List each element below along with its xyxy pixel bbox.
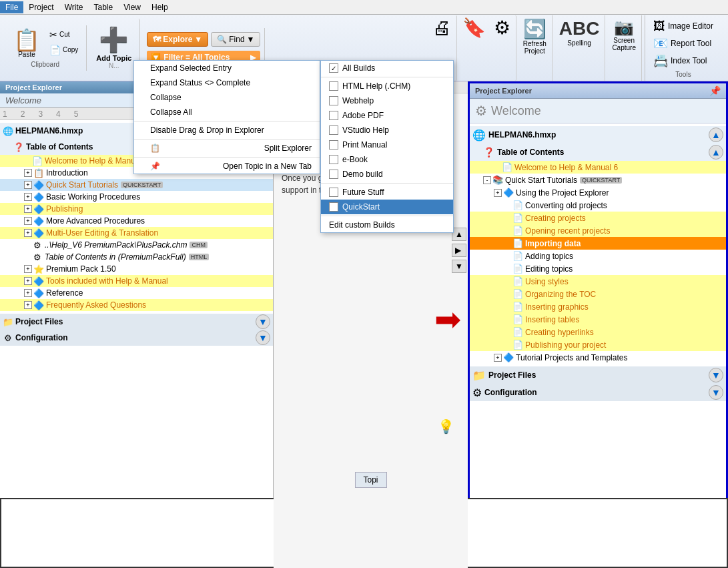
quickstart-item[interactable]: QuickStart [321,200,453,214]
right-project-files-node[interactable]: 📁 Project Files ▼ [470,366,726,384]
menu-help[interactable]: Help [146,1,173,13]
left-project-files-node[interactable]: 📁 Project Files ▼ [0,314,273,330]
add-topic-button[interactable]: ➕ Add Topic N... [89,19,140,77]
right-tree-item-12[interactable]: 📄 Inserting tables [470,313,726,326]
expand-12[interactable]: + [24,301,32,309]
expand-selected-entry-item[interactable]: Expand Selected Entry [134,61,320,75]
right-tree-item-1[interactable]: - 📚 Quick Start Tutorials QUICKSTART [470,174,726,186]
right-tree-item-15[interactable]: + 🔷 Tutorial Projects and Templates [470,351,726,364]
demo-build-item[interactable]: Demo build [321,167,453,182]
nav-down-btn[interactable]: ▼ [452,260,466,273]
menu-write[interactable]: Write [59,1,89,13]
html-help-item[interactable]: HTML Help (.CHM) [321,79,453,93]
print-manual-item[interactable]: Print Manual [321,137,453,152]
right-expand-1[interactable]: - [483,176,491,184]
left-tree-item-5[interactable]: + 🔷 More Advanced Procedures [0,215,273,227]
right-tree-item-6[interactable]: 📄 Importing data [470,237,726,250]
clipboard-label: Clipboard [31,61,59,68]
ebook-item[interactable]: e-Book [321,152,453,167]
right-tree-item-2[interactable]: + 🔷 Using the Project Explorer [470,186,726,199]
copy-label: Copy [63,46,78,53]
expand-4[interactable]: + [24,205,32,213]
all-builds-label: All Builds [342,63,375,73]
report-tool-button[interactable]: 📧 Report Tool [651,35,716,52]
right-gear-icon: ⚙ [475,103,487,119]
expand-status-item[interactable]: Expand Status <> Complete [134,75,320,90]
left-tree-item-9[interactable]: + ⭐ Premium Pack 1.50 [0,263,273,275]
index-tool-button[interactable]: 📇 Index Tool [651,52,716,69]
right-tree-item-14[interactable]: 📄 Publishing your project [470,338,726,351]
expand-6[interactable]: + [24,229,32,237]
expand-3[interactable]: + [24,193,32,201]
adobe-pdf-item[interactable]: Adobe PDF [321,108,453,123]
right-tree-item-3[interactable]: 📄 Converting old projects [470,199,726,212]
right-tree-item-0[interactable]: 📄 Welcome to Help & Manual 6 [470,161,726,174]
config-scroll[interactable]: ▼ [256,330,270,345]
right-tree-item-10[interactable]: 📄 Organizing the TOC [470,288,726,300]
screen-capture-button[interactable]: 📷 ScreenCapture [608,15,642,81]
menu-table[interactable]: Table [88,1,118,13]
right-tree-item-7[interactable]: 📄 Adding topics [470,250,726,262]
refresh-project-button[interactable]: 🔄 RefreshProject [519,15,553,81]
menu-view[interactable]: View [118,1,146,13]
left-tree-item-6[interactable]: + 🔷 Multi-User Editing & Translation [0,227,273,239]
right-tree-item-5[interactable]: 📄 Opening recent projects [470,224,726,237]
explore-button[interactable]: 🗺 Explore ▼ [147,32,208,47]
right-tree-item-11[interactable]: 📄 Inserting graphics [470,300,726,313]
nav-right-btn[interactable]: ▶ [452,244,466,257]
right-expand-2[interactable]: + [494,189,502,197]
left-config-node[interactable]: ⚙ Configuration ▼ [0,330,273,346]
image-editor-button[interactable]: 🖼 Image Editor [651,18,716,35]
expand-9[interactable]: + [24,265,32,273]
left-tree-item-4[interactable]: + 🔷 Publishing [0,203,273,215]
right-config-scroll[interactable]: ▼ [709,385,723,400]
copy-button[interactable]: 📄 Copy [47,43,81,57]
menu-file[interactable]: File [0,1,23,13]
edit-custom-builds-item[interactable]: Edit custom Builds [321,218,453,232]
right-toc-scroll[interactable]: ▲ [709,145,723,160]
open-topic-new-tab-item[interactable]: 📌 Open Topic in a New Tab [134,159,320,174]
right-panel-pin-icon[interactable]: 📌 [709,85,721,96]
right-toc-node[interactable]: ❓ Table of Contents ▲ [470,144,726,161]
right-project-node[interactable]: 🌐 HELPMAN6.hmxp ▲ [470,126,726,144]
copy-icon: 📄 [49,45,61,55]
all-builds-item[interactable]: ✓ All Builds [321,61,453,75]
right-tree-item-4[interactable]: 📄 Creating projects [470,212,726,224]
project-files-scroll[interactable]: ▼ [256,314,270,329]
expand-10[interactable]: + [24,277,32,285]
expand-1[interactable]: + [24,169,32,177]
expand-5[interactable]: + [24,217,32,225]
right-config-node[interactable]: ⚙ Configuration ▼ [470,384,726,401]
right-tree-item-13[interactable]: 📄 Creating hyperlinks [470,326,726,338]
collapse-all-item[interactable]: Collapse All [134,105,320,119]
right-expand-15[interactable]: + [494,354,502,362]
collapse-item[interactable]: Collapse [134,90,320,105]
vstudio-item[interactable]: VStudio Help [321,123,453,137]
right-tree-item-9[interactable]: 📄 Using styles [470,275,726,288]
cut-button[interactable]: ✂ Cut [47,28,81,41]
left-tree-item-2[interactable]: + 🔷 Quick Start Tutorials QUICKSTART [0,179,273,191]
left-tree-item-3[interactable]: + 🔷 Basic Working Procedures [0,191,273,203]
left-tree-item-11[interactable]: + 🔷 Reference [0,287,273,299]
nav-up-btn[interactable]: ▲ [452,228,466,241]
expand-11[interactable]: + [24,289,32,297]
explore-label: Explore [163,35,192,44]
paste-button[interactable]: 📋 Paste [9,28,44,59]
spelling-button[interactable]: ABC Spelling [555,15,606,81]
left-tree-item-8[interactable]: ⚙ Table of Contents in (PremiumPackFull)… [0,251,273,263]
menu-project[interactable]: Project [23,1,59,13]
left-tree-item-12[interactable]: + 🔷 Frequently Asked Questions [0,299,273,311]
split-explorer-item[interactable]: 📋 Split Explorer [134,141,320,156]
webhelp-item[interactable]: Webhelp [321,93,453,108]
right-project-scroll[interactable]: ▲ [709,127,723,142]
left-tree-item-10[interactable]: + 🔷 Tools included with Help & Manual [0,275,273,287]
future-stuff-item[interactable]: Future Stuff [321,185,453,200]
left-tree-item-7[interactable]: ⚙ ..\Help_V6 PremiumPack\PlusPack.chm CH… [0,239,273,251]
disable-drag-item[interactable]: Disable Drag & Drop in Explorer [134,123,320,137]
find-button[interactable]: 🔍 Find ▼ [211,32,260,47]
settings-button[interactable]: ⚙ [491,15,516,81]
right-tree-item-8[interactable]: 📄 Editing topics [470,262,726,275]
bookmark-button[interactable]: 🔖 [460,15,488,81]
expand-2[interactable]: + [24,181,32,189]
right-project-files-scroll[interactable]: ▼ [709,368,723,382]
